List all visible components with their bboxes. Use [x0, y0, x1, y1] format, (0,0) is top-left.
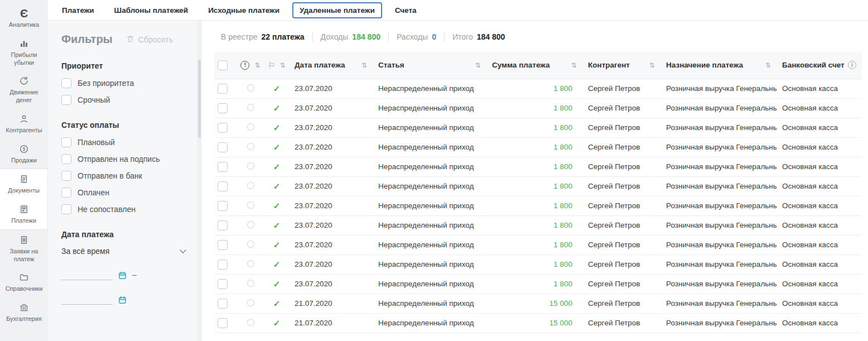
sidebar-item-payment-requests[interactable]: Заявки на платеж: [0, 230, 48, 268]
row-checkbox[interactable]: [218, 260, 228, 270]
date-to-input[interactable]: [61, 294, 113, 305]
header-flag[interactable]: ⚐⇅: [264, 52, 289, 79]
row-checkbox[interactable]: [218, 201, 228, 211]
checkbox[interactable]: [61, 171, 71, 181]
row-checkbox[interactable]: [218, 84, 228, 94]
sidebar-item-cash-flow[interactable]: Движение денег: [0, 71, 48, 109]
table-row[interactable]: ✓23.07.2020Нераспределенный приход1 800С…: [214, 157, 862, 176]
cell-account: Основная касса: [777, 176, 862, 196]
filters-scrollbar[interactable]: [197, 21, 202, 341]
header-date[interactable]: Дата платежа⇅: [289, 52, 373, 79]
row-priority-cell: [237, 157, 264, 176]
select-all-checkbox[interactable]: [218, 60, 228, 70]
sort-icon[interactable]: ⇅: [765, 61, 771, 69]
row-checkbox[interactable]: [218, 142, 228, 152]
sidebar-item-analytics[interactable]: ЄАналитика: [0, 3, 48, 33]
table-row[interactable]: ✓23.07.2020Нераспределенный приход1 800С…: [214, 274, 862, 294]
sidebar-item-profit-loss[interactable]: Прибыли убытки: [0, 33, 48, 71]
sidebar-item-sales[interactable]: $Продажи: [0, 139, 48, 169]
header-priority[interactable]: !⇅: [237, 52, 264, 79]
priority-circle-icon: [247, 319, 254, 326]
table-row[interactable]: ✓23.07.2020Нераспределенный приход1 800С…: [214, 118, 862, 137]
sidebar-item-contractors[interactable]: Контрагенты: [0, 109, 48, 139]
table-row[interactable]: ✓23.07.2020Нераспределенный приход1 800С…: [214, 137, 862, 157]
sidebar-item-payments[interactable]: Платежи: [0, 199, 47, 229]
checkbox[interactable]: [61, 78, 71, 88]
sidebar-item-documents[interactable]: Документы: [0, 169, 47, 199]
calendar-icon[interactable]: [118, 295, 127, 305]
sidebar-item-directories[interactable]: Справочники: [0, 267, 48, 297]
tab-payment-templates[interactable]: Шаблоны платежей: [107, 2, 196, 18]
filter-group-title: Статус оплаты: [61, 121, 191, 129]
row-status-cell: ✓: [264, 274, 289, 294]
filter-option[interactable]: Отправлен на подпись: [61, 154, 191, 164]
folder-icon: [19, 272, 29, 283]
row-checkbox[interactable]: [218, 240, 228, 250]
cell-date: 23.07.2020: [289, 215, 373, 235]
info-icon[interactable]: i: [848, 61, 856, 69]
filter-option[interactable]: Не сопоставлен: [61, 204, 191, 214]
cell-contractor: Сергей Петров: [582, 157, 660, 176]
row-checkbox[interactable]: [218, 279, 228, 289]
row-checkbox[interactable]: [218, 299, 228, 309]
table-row[interactable]: ✓21.07.2020Нераспределенный приход15 000…: [214, 294, 862, 313]
row-checkbox[interactable]: [218, 181, 228, 191]
dollar-icon: $: [19, 143, 29, 155]
header-contractor[interactable]: Контрагент⇅: [582, 52, 660, 79]
filter-option[interactable]: Срочный: [61, 95, 191, 105]
sort-icon[interactable]: ⇅: [254, 61, 260, 69]
sidebar-item-label: Движение денег: [2, 89, 46, 104]
table-row[interactable]: ✓23.07.2020Нераспределенный приход1 800С…: [214, 79, 862, 98]
sort-icon[interactable]: ⇅: [361, 61, 367, 69]
sidebar-item-accounting[interactable]: Бухгалтерия: [0, 297, 48, 328]
row-checkbox[interactable]: [218, 103, 228, 113]
checkbox[interactable]: [61, 188, 71, 198]
date-from-input[interactable]: [61, 269, 113, 280]
sort-icon[interactable]: ⇅: [280, 61, 286, 69]
row-checkbox-cell: [214, 274, 237, 294]
table-row[interactable]: ✓23.07.2020Нераспределенный приход1 800С…: [214, 215, 862, 235]
checkbox[interactable]: [61, 204, 71, 214]
table-row[interactable]: ✓23.07.2020Нераспределенный приход1 800С…: [214, 235, 862, 254]
header-article[interactable]: Статья⇅: [373, 52, 486, 79]
sort-icon[interactable]: ⇅: [649, 61, 655, 69]
checkbox[interactable]: [61, 95, 71, 105]
scrollbar-thumb[interactable]: [198, 60, 201, 138]
green-check-icon: ✓: [273, 123, 281, 132]
tab-accounts[interactable]: Счета: [388, 2, 424, 18]
cell-purpose: Розничная выручка Генеральный: [660, 157, 777, 176]
checkbox[interactable]: [61, 154, 71, 164]
cell-article: Нераспределенный приход: [373, 313, 486, 333]
header-amount[interactable]: Сумма платежа⇅: [486, 52, 582, 79]
tab-source-payments[interactable]: Исходные платежи: [201, 2, 287, 18]
table-row[interactable]: ✓23.07.2020Нераспределенный приход1 800С…: [214, 98, 862, 118]
calendar-icon[interactable]: [118, 271, 127, 280]
row-checkbox[interactable]: [218, 123, 228, 133]
table-row[interactable]: ✓21.07.2020Нераспределенный приход15 000…: [214, 313, 862, 333]
tab-bar: ПлатежиШаблоны платежейИсходные платежиУ…: [48, 0, 868, 21]
summary-registry: В реестре 22 платежа: [221, 32, 305, 41]
row-checkbox[interactable]: [218, 220, 228, 230]
tab-deleted-payments[interactable]: Удаленные платежи: [292, 2, 382, 18]
table-row[interactable]: ✓23.07.2020Нераспределенный приход1 800С…: [214, 176, 862, 196]
row-checkbox[interactable]: [218, 162, 228, 172]
filter-option[interactable]: Без приоритета: [61, 78, 191, 88]
tab-payments[interactable]: Платежи: [55, 2, 102, 18]
sort-icon[interactable]: ⇅: [475, 61, 481, 69]
cell-contractor: Сергей Петров: [582, 274, 660, 294]
table-row[interactable]: ✓23.07.2020Нераспределенный приход1 800С…: [214, 196, 862, 215]
date-period-select[interactable]: За всё время: [61, 247, 187, 256]
filter-option[interactable]: Отправлен в банк: [61, 171, 191, 181]
reset-filters-button[interactable]: Сбросить: [126, 35, 173, 45]
filter-option[interactable]: Плановый: [61, 137, 191, 147]
cell-article: Нераспределенный приход: [373, 254, 486, 274]
checkbox[interactable]: [61, 137, 71, 147]
row-checkbox[interactable]: [218, 318, 228, 328]
sort-icon[interactable]: ⇅: [571, 61, 577, 69]
table-row[interactable]: ✓23.07.2020Нераспределенный приход1 800С…: [214, 254, 862, 274]
filter-option[interactable]: Оплачен: [61, 188, 191, 198]
cell-contractor: Сергей Петров: [582, 215, 660, 235]
row-priority-cell: [237, 235, 264, 254]
cell-article: Нераспределенный приход: [373, 176, 486, 196]
header-purpose[interactable]: Назначение платежа⇅: [660, 52, 777, 79]
